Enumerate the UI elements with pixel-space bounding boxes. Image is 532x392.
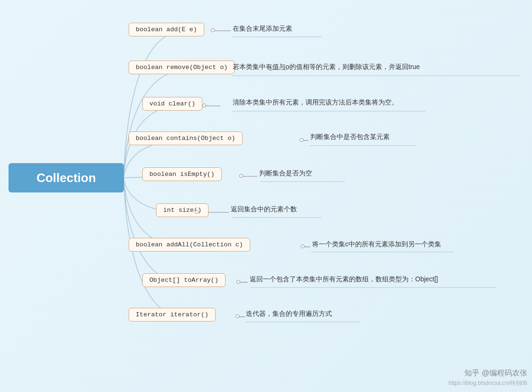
dot-clear — [202, 104, 206, 107]
desc-iterator: 迭代器，集合的专用遍历方式 — [246, 310, 332, 318]
desc-size: 返回集合中的元素个数 — [231, 205, 297, 214]
desc-remove: 若本类集中有值与o的值相等的元素，则删除该元素，并返回true — [233, 63, 420, 71]
desc-clear: 清除本类集中所有元素，调用完该方法后本类集将为空。 — [233, 98, 398, 107]
desc-isempty: 判断集合是否为空 — [259, 169, 312, 178]
desc-contains: 判断集合中是否包含某元素 — [310, 133, 390, 141]
connection-lines — [0, 0, 532, 392]
dot-toarray — [236, 280, 240, 284]
dot-iterator — [235, 314, 239, 318]
method-toarray: Object[] toArray() — [142, 273, 226, 287]
method-add: boolean add(E e) — [129, 23, 204, 36]
watermark: 知乎 @编程码农张 https://blog.btsdncsa.cn/特别06 — [448, 368, 527, 387]
diagram-container: Collection boolean add(E e) boolean remo… — [0, 0, 532, 392]
method-isempty: boolean isEmpty() — [142, 167, 222, 181]
desc-add: 在集合末尾添加元素 — [233, 25, 292, 33]
desc-addall: 将一个类集c中的所有元素添加到另一个类集 — [312, 240, 441, 249]
dot-addall — [301, 244, 305, 248]
desc-toarray: 返回一个包含了本类集中所有元素的数组，数组类型为：Object[] — [250, 275, 438, 284]
watermark-line1: 知乎 @编程码农张 — [448, 368, 527, 378]
dot-isempty — [239, 174, 243, 178]
method-iterator: Iterator iterator() — [129, 308, 216, 322]
method-size: int size() — [156, 203, 209, 217]
collection-node: Collection — [9, 163, 124, 192]
dot-add — [211, 28, 215, 32]
method-contains: boolean contains(Object o) — [129, 131, 243, 145]
watermark-line2: https://blog.btsdncsa.cn/特别06 — [448, 379, 527, 387]
method-clear: void clear() — [142, 97, 202, 111]
method-addall: boolean addAll(Collection c) — [129, 238, 250, 252]
method-remove: boolean remove(Object o) — [129, 61, 235, 74]
dot-contains — [300, 138, 304, 142]
dot-size — [195, 210, 199, 214]
